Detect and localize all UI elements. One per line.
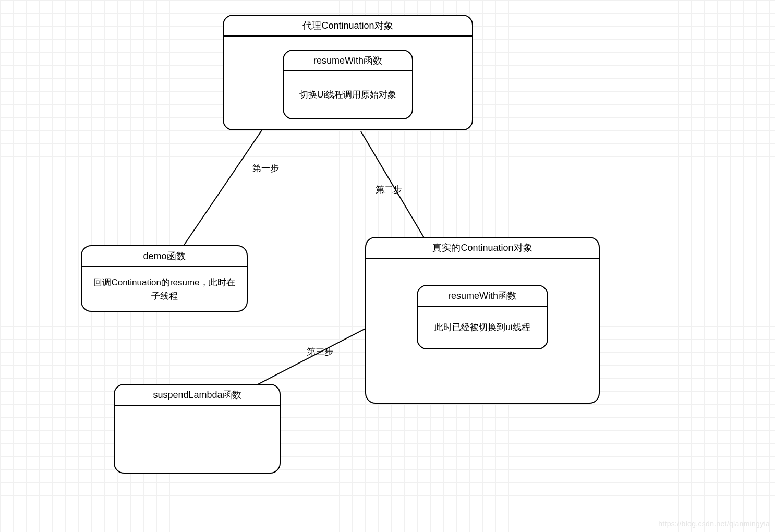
step1-label: 第一步 [252,162,279,174]
real-inner-title: resumeWith函数 [418,286,547,307]
step2-label: 第二步 [376,184,402,196]
watermark: https://blog.csdn.net/qlanmingyia [658,519,770,528]
demo-title: demo函数 [82,246,247,267]
real-continuation-node: 真实的Continuation对象 resumeWith函数 此时已经被切换到u… [365,237,600,404]
proxy-inner-title: resumeWith函数 [284,51,412,71]
real-inner-node: resumeWith函数 此时已经被切换到ui线程 [417,285,548,349]
suspend-title: suspendLambda函数 [115,385,280,406]
proxy-inner-node: resumeWith函数 切换Ui线程调用原始对象 [283,50,413,119]
real-inner-body: 此时已经被切换到ui线程 [418,307,547,348]
step3-label: 第三步 [307,346,333,358]
proxy-inner-body: 切换Ui线程调用原始对象 [284,71,412,118]
demo-body: 回调Continuation的resume，此时在子线程 [82,267,247,311]
demo-node: demo函数 回调Continuation的resume，此时在子线程 [81,245,248,312]
suspend-body [115,406,280,472]
proxy-title: 代理Continuation对象 [224,16,472,37]
proxy-continuation-node: 代理Continuation对象 resumeWith函数 切换Ui线程调用原始… [223,15,473,130]
real-title: 真实的Continuation对象 [366,238,599,259]
suspend-lambda-node: suspendLambda函数 [114,384,281,474]
